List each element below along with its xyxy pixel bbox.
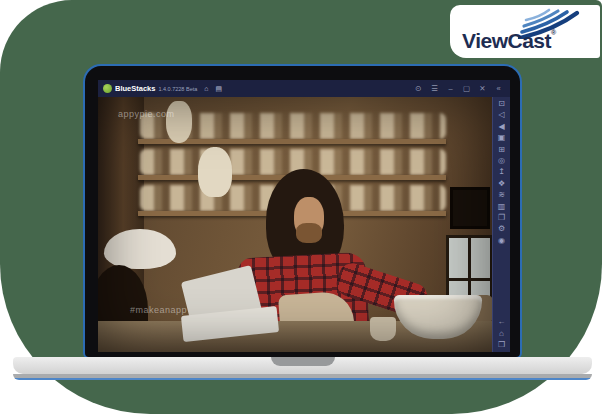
video-player[interactable]: appypie.com #makeanapp <box>98 97 492 352</box>
mute-icon[interactable]: ◀ <box>498 123 504 131</box>
record-icon[interactable]: ◉ <box>498 237 505 245</box>
laptop-base <box>13 357 592 374</box>
minimize-icon[interactable]: – <box>444 85 457 93</box>
bluestacks-window: BlueStacks 1.4.0.7228 Beta ⌂ ▤ ⊙ ☰ – ▢ ✕… <box>98 80 510 352</box>
laptop-notch <box>271 357 335 366</box>
screenshot-icon[interactable]: ▣ <box>498 134 506 142</box>
camera-icon[interactable]: ⊞ <box>498 146 505 154</box>
viewcast-logo-card: ViewCast® <box>450 5 600 58</box>
viewcast-wordmark: ViewCast® <box>462 29 556 53</box>
settings-icon[interactable]: ⚙ <box>498 225 505 233</box>
marketing-banner: ViewCast® BlueStacks 1.4.0.7228 Beta ⌂ ▤… <box>0 0 602 414</box>
fullscreen-icon[interactable]: ⊡ <box>498 100 505 108</box>
share-icon[interactable]: ↥ <box>498 168 505 176</box>
bluestacks-version: 1.4.0.7228 Beta <box>158 86 197 92</box>
bluestacks-logo-icon <box>103 84 112 93</box>
watermark-top: appypie.com <box>118 109 175 119</box>
laptop-front-edge <box>13 374 592 380</box>
notifications-icon[interactable]: ⊙ <box>412 85 425 93</box>
viewcast-brand-text: ViewCast <box>462 29 551 52</box>
location-icon[interactable]: ◎ <box>498 157 505 165</box>
bluestacks-titlebar: BlueStacks 1.4.0.7228 Beta ⌂ ▤ ⊙ ☰ – ▢ ✕… <box>98 80 510 97</box>
bluestacks-toolbar: ⊡ ◁ ◀ ▣ ⊞ ◎ ↥ ❖ ≋ ▥ ❐ ⚙ ◉ ← ⌂ ❒ <box>492 97 510 352</box>
laptop-screen-bezel: BlueStacks 1.4.0.7228 Beta ⌂ ▤ ⊙ ☰ – ▢ ✕… <box>85 66 520 357</box>
multi-instance-icon[interactable]: ❐ <box>498 214 505 222</box>
folder-icon[interactable]: ▥ <box>498 203 506 211</box>
volume-icon[interactable]: ◁ <box>498 111 504 119</box>
gift-icon[interactable]: ▤ <box>216 85 223 92</box>
maximize-icon[interactable]: ▢ <box>460 85 473 93</box>
bluestacks-app-name: BlueStacks <box>115 84 155 93</box>
bluestacks-body: appypie.com #makeanapp ⊡ ◁ ◀ ▣ ⊞ ◎ ↥ ❖ ≋… <box>98 97 510 352</box>
gamepad-icon[interactable]: ❖ <box>498 180 505 188</box>
home-icon[interactable]: ⌂ <box>204 85 208 92</box>
collapse-icon[interactable]: « <box>492 85 505 93</box>
menu-icon[interactable]: ☰ <box>428 85 441 93</box>
watermark-bottom: #makeanapp <box>130 305 187 315</box>
recents-icon[interactable]: ❒ <box>498 341 505 349</box>
back-icon[interactable]: ← <box>498 318 506 326</box>
shake-icon[interactable]: ≋ <box>498 191 505 199</box>
registered-trademark: ® <box>551 29 556 36</box>
close-icon[interactable]: ✕ <box>476 85 489 93</box>
android-home-icon[interactable]: ⌂ <box>499 330 504 338</box>
